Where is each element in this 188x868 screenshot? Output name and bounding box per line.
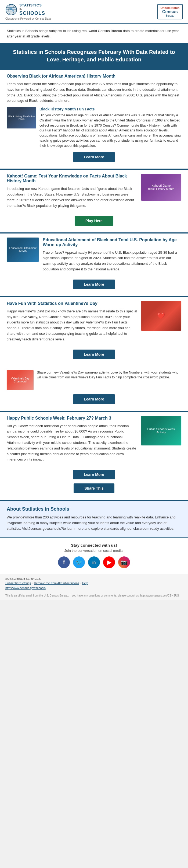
schools-section-title: Happy Public Schools Week: February 27? …	[7, 416, 137, 421]
about-title: About Statistics in Schools	[7, 506, 181, 512]
official-notice: This is an official email from the U.S. …	[5, 592, 183, 597]
main-banner: Statistics in Schools Recognizes Februar…	[0, 43, 188, 69]
sis-logo: STATISTICS IN SCHOOLS Classrooms Powered…	[5, 3, 51, 20]
valentine2-text: Share our new Valentine?s Day warm-up ac…	[37, 370, 181, 380]
subscriber-settings-link[interactable]: Subscriber Settings	[5, 582, 31, 585]
sis-schools-text: SCHOOLS	[19, 10, 45, 16]
valentine2-article: Valentine's Day Crossword Share our new …	[7, 370, 181, 390]
bhm-article-image: Black History Month Fun Facts	[7, 107, 36, 128]
bhm-article-title: Black History Month Fun Facts	[39, 107, 181, 111]
bhm-article: Black History Month Fun Facts Black Hist…	[7, 107, 181, 148]
valentine-btn-container: Learn More	[7, 349, 181, 359]
valentine2-btn-container: Learn More	[7, 394, 181, 404]
valentine-content: Have Fun With Statistics on Valentine?s …	[7, 301, 137, 345]
join-conversation-text: Join the conversation on social media.	[5, 549, 183, 553]
valentine-section-title: Have Fun With Statistics on Valentine?s …	[7, 301, 137, 306]
footer-links: Subscriber Settings · Remove me from All…	[5, 582, 183, 585]
sis-stats-text: STATISTICS	[19, 3, 45, 7]
edu-section-text: True or false? Approximately 94 percent …	[43, 250, 181, 272]
about-section: About Statistics in Schools We provide?m…	[0, 501, 188, 537]
instagram-icon[interactable]: 📷	[118, 556, 130, 568]
valentine2-learn-more-button[interactable]: Learn More	[73, 394, 115, 404]
kahoot-image: Kahoot! GameBlack History Month	[141, 174, 181, 200]
valentine-section-text: Happy Valentine?s Day! Did you know ther…	[7, 309, 137, 342]
bhm-image-placeholder: Black History Month Fun Facts	[7, 107, 36, 128]
schools-section-text: Did you know that each additional year o…	[7, 423, 137, 463]
main-banner-title: Statistics in Schools Recognizes Februar…	[8, 48, 180, 63]
bhm-btn-container: Learn More	[7, 152, 181, 162]
edu-image-placeholder: Educational Attainment Activity	[7, 238, 39, 262]
schools-share-this-button[interactable]: Share This	[74, 484, 114, 493]
schools-image-placeholder: Public Schools Week Activity	[141, 416, 181, 445]
schools-learn-btn-container: Learn More	[7, 470, 181, 479]
bhm-learn-more-button[interactable]: Learn More	[73, 152, 115, 162]
valentine-image: ❤️	[141, 301, 181, 331]
census-bureau-sub: Bureau	[166, 14, 174, 17]
census-united-states: United States	[161, 6, 179, 9]
header: STATISTICS IN SCHOOLS Classrooms Powered…	[0, 0, 188, 24]
bhm-section-title: Observing Black (or African American) Hi…	[7, 74, 181, 79]
powered-by-text: Classrooms Powered by Census Data	[5, 17, 51, 20]
about-text: We provide?more than 200 activities and …	[7, 515, 181, 531]
kahoot-image-placeholder: Kahoot! GameBlack History Month	[141, 174, 181, 200]
kahoot-section-text: Introducing our new Kahoot! game that fe…	[7, 186, 137, 209]
youtube-icon[interactable]: ▶	[103, 556, 115, 568]
schools-section: Happy Public Schools Week: February 27? …	[0, 412, 188, 500]
help-link[interactable]: Help	[82, 582, 88, 585]
edu-image: Educational Attainment Activity	[7, 238, 39, 262]
census-bureau-text: Census	[162, 9, 178, 14]
valentine-learn-more-button[interactable]: Learn More	[73, 349, 115, 359]
globe-icon	[5, 4, 17, 16]
schools-image: Public Schools Week Activity	[141, 416, 181, 445]
bhm-section-text: Learn cool facts about the African Ameri…	[7, 81, 181, 104]
valentine2-section: Valentine's Day Crossword Share our new …	[0, 366, 188, 411]
kahoot-section-title: Kahoot! Game: Test Your Knowledge on Fac…	[7, 174, 137, 183]
intro-section: Statistics in Schools brings subjects to…	[0, 24, 188, 43]
valentine-section: Have Fun With Statistics on Valentine?s …	[0, 297, 188, 366]
edu-section-title: Educational Attainment of Black and Tota…	[43, 238, 181, 247]
edu-learn-more-button[interactable]: Learn More	[73, 280, 115, 289]
kahoot-btn-container: Play Here	[7, 216, 181, 226]
valentine-article: Have Fun With Statistics on Valentine?s …	[7, 301, 181, 345]
facebook-icon[interactable]: f	[58, 556, 70, 568]
bhm-article-text: Did you know the median age of Blacks or…	[39, 113, 181, 148]
sis-in-text: IN	[19, 7, 45, 10]
footer-website-url[interactable]: http://www.census.gov/schools	[5, 586, 183, 590]
census-logo: United States Census Bureau	[157, 4, 183, 20]
bhm-article-content: Black History Month Fun Facts Did you kn…	[39, 107, 181, 148]
twitter-icon[interactable]: 🐦	[73, 556, 85, 568]
edu-section: Educational Attainment Activity Educatio…	[0, 234, 188, 296]
linkedin-icon[interactable]: in	[88, 556, 100, 568]
subscriber-services-label: SUBSCRIBER SERVICES	[5, 577, 183, 580]
stay-connected-text: Stay connected with us!	[5, 543, 183, 548]
email-wrapper: STATISTICS IN SCHOOLS Classrooms Powered…	[0, 0, 188, 600]
sis-title: STATISTICS IN SCHOOLS	[19, 3, 45, 16]
edu-btn-container: Learn More	[7, 280, 181, 289]
valentine2-image-placeholder: Valentine's Day Crossword	[7, 370, 34, 390]
play-here-button[interactable]: Play Here	[75, 216, 113, 226]
social-icons: f 🐦 in ▶ 📷	[5, 556, 183, 568]
bhm-section: Observing Black (or African American) Hi…	[0, 70, 188, 168]
kahoot-section: Kahoot! Game: Test Your Knowledge on Fac…	[0, 170, 188, 232]
schools-learn-more-button[interactable]: Learn More	[73, 470, 115, 479]
footer: SUBSCRIBER SERVICES Subscriber Settings …	[0, 574, 188, 600]
remove-subscriptions-link[interactable]: Remove me from All Subscriptions	[34, 582, 79, 585]
intro-text: Statistics in Schools brings subjects to…	[7, 28, 181, 39]
social-section: Stay connected with us! Join the convers…	[0, 537, 188, 574]
valentine-image-placeholder: ❤️	[141, 301, 181, 331]
schools-share-btn-container: Share This	[7, 484, 181, 493]
valentine2-image: Valentine's Day Crossword	[7, 370, 34, 390]
